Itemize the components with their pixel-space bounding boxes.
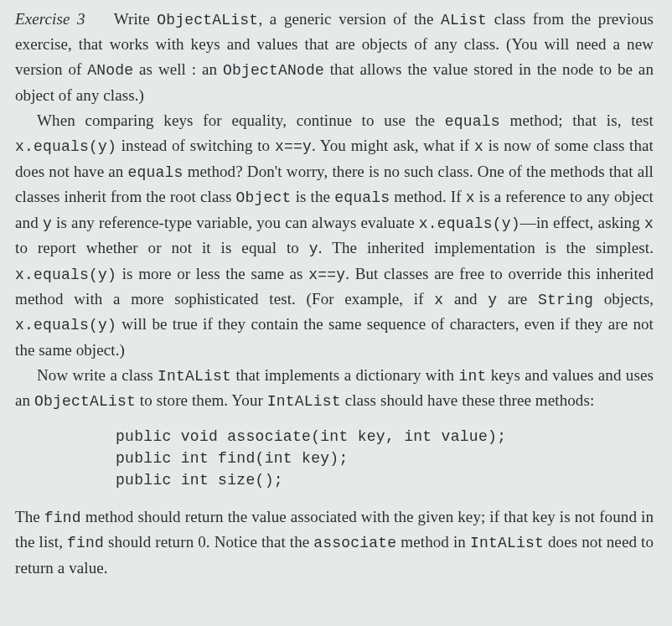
- exercise-para-3: Now write a class IntAList that implemen…: [15, 363, 654, 414]
- exercise-para-4: The find method should return the value …: [15, 504, 654, 581]
- exercise-para-2: When comparing keys for equality, contin…: [15, 108, 654, 363]
- exercise-label: Exercise 3: [15, 10, 85, 28]
- code-block: public void associate(int key, int value…: [116, 426, 654, 491]
- exercise-para-1: Exercise 3 Write ObjectAList, a generic …: [15, 7, 654, 108]
